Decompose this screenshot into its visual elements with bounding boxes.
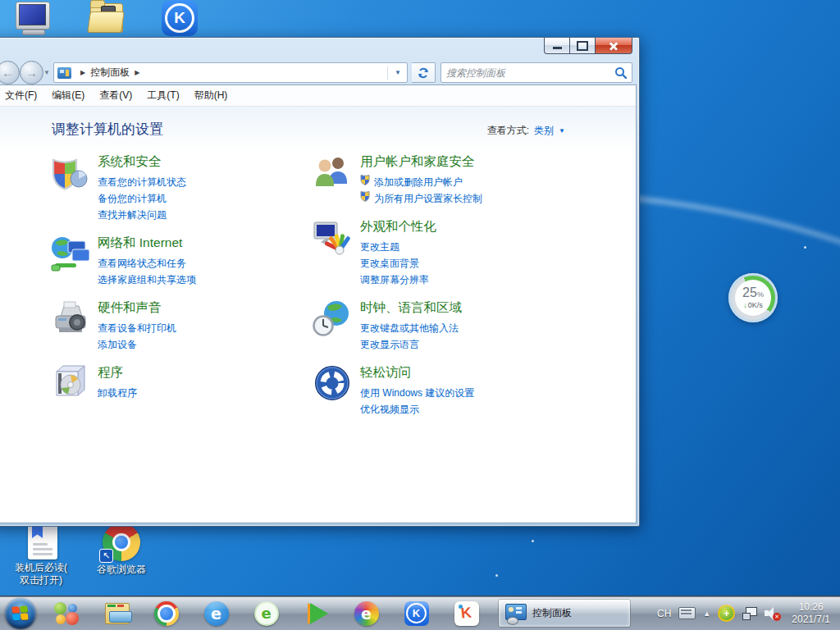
address-dropdown-icon[interactable]: ▼: [392, 69, 404, 76]
desktop-top-icons: K: [8, 0, 205, 36]
taskbar-icon-start-orb[interactable]: [0, 596, 41, 630]
recent-pages-chevron[interactable]: ▼: [43, 69, 50, 76]
close-icon: [608, 41, 619, 51]
category-link[interactable]: 使用 Windows 建议的设置: [360, 385, 474, 401]
taskbar-button-control-panel[interactable]: 控制面板: [498, 599, 631, 628]
personalization-icon[interactable]: [313, 217, 352, 257]
ease-icon[interactable]: [313, 363, 352, 403]
menu-item-0[interactable]: 文件(F): [0, 86, 44, 105]
category-title[interactable]: 轻松访问: [360, 364, 474, 381]
search-icon[interactable]: [613, 65, 629, 81]
menu-bar: 文件(F)编辑(E)查看(V)工具(T)帮助(H): [0, 85, 636, 107]
caption-buttons: [544, 38, 632, 54]
hardware-icon[interactable]: [50, 299, 89, 338]
back-button[interactable]: ←: [0, 61, 20, 84]
menu-item-1[interactable]: 编辑(E): [44, 86, 92, 105]
show-hidden-icons-button[interactable]: ▲: [703, 609, 710, 618]
category-link[interactable]: 查看您的计算机状态: [98, 174, 186, 190]
category-title[interactable]: 程序: [98, 364, 137, 381]
users-icon[interactable]: [313, 153, 352, 192]
progress-percent: 25: [742, 285, 757, 299]
shortcut-label: 谷歌浏览器: [97, 564, 146, 576]
menu-item-2[interactable]: 查看(V): [92, 86, 139, 105]
desktop-icon-folder[interactable]: [82, 0, 131, 36]
breadcrumb-arrow-icon[interactable]: ▶: [135, 69, 139, 76]
category-link[interactable]: 添加或删除用户帐户: [360, 174, 482, 190]
taskbar-icon-colorful-balls[interactable]: [41, 596, 91, 630]
taskbar-icon-chrome[interactable]: [141, 596, 191, 630]
category-title[interactable]: 时钟、语言和区域: [360, 299, 462, 317]
category: 程序卸载程序: [50, 363, 300, 403]
category-link[interactable]: 更改桌面背景: [360, 255, 436, 272]
category-link[interactable]: 为所有用户设置家长控制: [360, 190, 482, 207]
category-link[interactable]: 更改主题: [360, 239, 436, 255]
view-by-dropdown-icon[interactable]: ▼: [559, 127, 565, 135]
category-link[interactable]: 卸载程序: [98, 385, 137, 401]
control-panel-icon: [505, 604, 527, 623]
wallpaper-star: [532, 540, 534, 542]
category: 系统和安全查看您的计算机状态备份您的计算机查找并解决问题: [50, 153, 300, 223]
clock-icon[interactable]: [313, 299, 352, 338]
category-title[interactable]: 外观和个性化: [360, 218, 436, 235]
page-title: 调整计算机的设置: [52, 120, 163, 139]
menu-item-4[interactable]: 帮助(H): [187, 86, 235, 105]
security-icon[interactable]: [50, 153, 89, 192]
category-link[interactable]: 选择家庭组和共享选项: [98, 272, 196, 288]
category-link[interactable]: 查看设备和打印机: [98, 320, 176, 336]
taskbar-icon-k-box[interactable]: K: [441, 596, 491, 630]
volume-muted-icon[interactable]: ✕: [765, 607, 781, 620]
desktop-icon-k-app[interactable]: K: [156, 0, 205, 36]
category-link[interactable]: 查找并解决问题: [98, 207, 186, 223]
search-input[interactable]: [441, 67, 613, 79]
category-link[interactable]: 更改显示语言: [360, 336, 462, 353]
category-link[interactable]: 添加设备: [98, 336, 176, 353]
progress-core: 25% ↓0K/s: [735, 280, 771, 316]
category: 时钟、语言和区域更改键盘或其他输入法更改显示语言: [313, 299, 596, 353]
taskbar-icon-blue-e-browser[interactable]: e: [191, 596, 241, 630]
taskbar-icon-explorer[interactable]: [91, 596, 141, 630]
refresh-icon: [417, 66, 430, 80]
taskbar-icon-kugou[interactable]: K: [391, 596, 441, 630]
download-progress-widget[interactable]: 25% ↓0K/s: [728, 273, 778, 322]
category-title[interactable]: 系统和安全: [98, 153, 186, 171]
system-tray: CH ▲ + ✕ 10:26 2021/7/1: [657, 596, 840, 630]
category: 网络和 Internet查看网络状态和任务选择家庭组和共享选项: [50, 234, 300, 288]
view-by-value[interactable]: 类别: [534, 124, 554, 138]
minimize-button[interactable]: [544, 38, 570, 54]
title-bar[interactable]: [0, 38, 639, 60]
category-link[interactable]: 备份您的计算机: [98, 190, 186, 207]
taskbar-icon-video-play[interactable]: [291, 596, 341, 630]
forward-button[interactable]: →: [20, 61, 43, 84]
antivirus-tray-icon[interactable]: +: [718, 605, 735, 622]
percent-sign: %: [757, 290, 764, 299]
taskbar-clock[interactable]: 10:26 2021/7/1: [788, 601, 833, 626]
refresh-button[interactable]: [412, 62, 436, 83]
taskbar-icon-green-e-browser[interactable]: e: [241, 596, 291, 630]
address-breadcrumb[interactable]: ▶ 控制面板 ▶ ▼: [53, 62, 408, 83]
category-column-right: 用户帐户和家庭安全 添加或删除用户帐户 为所有用户设置家长控制 外观和个性化更改…: [313, 153, 596, 428]
programs-icon[interactable]: [50, 363, 89, 403]
category-title[interactable]: 网络和 Internet: [98, 235, 196, 252]
category-title[interactable]: 用户帐户和家庭安全: [360, 153, 482, 171]
category-link[interactable]: 调整屏幕分辨率: [360, 272, 436, 288]
desktop-icon-computer[interactable]: [8, 0, 57, 36]
category-link[interactable]: 优化视频显示: [360, 401, 474, 418]
category: 用户帐户和家庭安全 添加或删除用户帐户 为所有用户设置家长控制: [313, 153, 596, 207]
desktop-shortcut-chrome[interactable]: ↖谷歌浏览器: [87, 523, 156, 587]
category-link[interactable]: 查看网络状态和任务: [98, 255, 196, 272]
close-button[interactable]: [595, 38, 632, 54]
breadcrumb-arrow-icon[interactable]: ▶: [80, 69, 85, 76]
language-indicator[interactable]: CH: [657, 608, 671, 619]
category-title[interactable]: 硬件和声音: [98, 299, 176, 317]
taskbar-icon-rainbow-e-browser[interactable]: e: [341, 596, 391, 630]
taskbar-button-label: 控制面板: [532, 606, 572, 620]
menu-item-3[interactable]: 工具(T): [139, 86, 186, 105]
network-icon[interactable]: [742, 607, 757, 619]
keyboard-icon[interactable]: [678, 607, 696, 619]
desktop-shortcut-readme-doc[interactable]: 装机后必读( 双击打开): [7, 523, 75, 587]
control-panel-window: ← → ▼ ▶ 控制面板 ▶ ▼: [0, 37, 640, 527]
maximize-button[interactable]: [570, 38, 595, 54]
category-link[interactable]: 更改键盘或其他输入法: [360, 320, 462, 336]
breadcrumb-location[interactable]: 控制面板: [90, 66, 130, 80]
network-icon[interactable]: [50, 234, 89, 273]
